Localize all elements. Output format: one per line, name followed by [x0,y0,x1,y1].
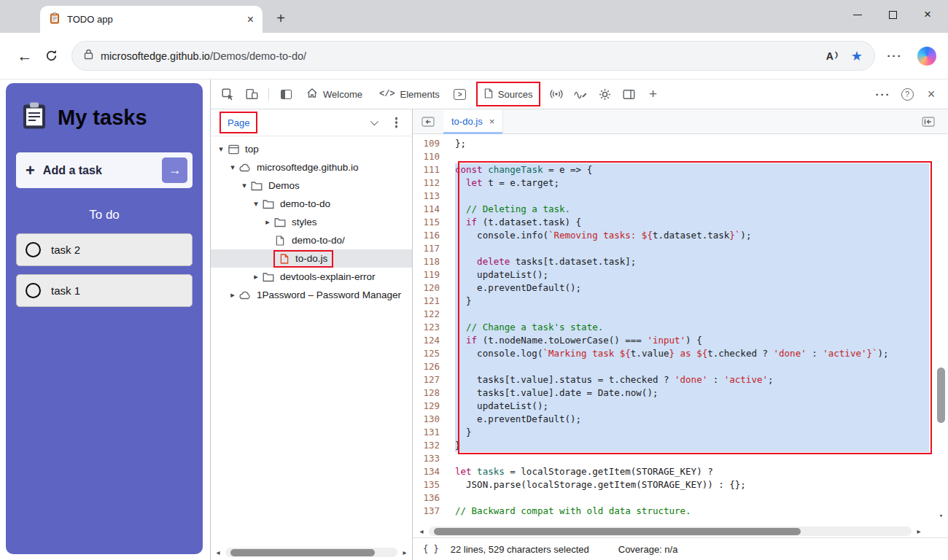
scroll-left-icon[interactable]: ◂ [213,548,223,556]
code-line-127[interactable]: 127 tasks[t.value].status = t.checked ? … [413,373,948,386]
code-line-124[interactable]: 124 if (t.nodeName.toLowerCase() === 'in… [413,334,948,347]
line-number[interactable]: 125 [413,347,446,360]
line-number[interactable]: 121 [413,295,446,308]
line-number[interactable]: 133 [413,452,446,465]
code-line-136[interactable]: 136 [413,491,948,505]
code-line-109[interactable]: 109}; [413,137,948,150]
task-row[interactable]: task 2 [16,233,193,266]
code-editor[interactable]: 109};110111const changeTask = e => {112 … [413,134,948,525]
code-line-131[interactable]: 131 } [413,426,948,439]
code-line-119[interactable]: 119 updateList(); [413,268,948,281]
line-number[interactable]: 126 [413,360,446,373]
device-toolbar-icon[interactable] [241,83,263,105]
favorite-star-icon[interactable]: ★ [851,48,863,64]
code-line-113[interactable]: 113 [413,190,948,203]
line-number[interactable]: 120 [413,281,446,295]
tree-item-demos[interactable]: ▾Demos [211,176,412,195]
tree-item-devtools-explain-error[interactable]: ▸devtools-explain-error [211,268,412,286]
close-window-button[interactable]: × [910,0,945,29]
chevron-down-icon[interactable] [370,117,378,125]
help-icon[interactable]: ? [896,83,918,105]
code-line-122[interactable]: 122 [413,308,948,321]
focus-page-icon[interactable] [275,83,297,105]
minimize-button[interactable] [840,0,875,29]
tree-item-microsoftedge-github-io[interactable]: ▾microsoftedge.github.io [211,158,412,176]
tab-sources[interactable]: Sources [476,82,541,106]
code-line-117[interactable]: 117 [413,242,948,255]
tree-item-demo-to-do[interactable]: ▾demo-to-do [211,195,412,213]
code-line-125[interactable]: 125 console.log(`Marking task ${t.value}… [413,347,948,360]
task-checkbox[interactable] [26,242,41,257]
line-number[interactable]: 129 [413,400,446,413]
scroll-right-icon[interactable]: ▸ [400,548,410,556]
line-number[interactable]: 112 [413,176,446,190]
line-number[interactable]: 109 [413,137,446,150]
scroll-down-icon[interactable]: ▾ [936,509,946,522]
editor-vertical-scrollbar[interactable]: ▾ [936,136,946,522]
new-tab-button[interactable]: + [270,7,292,29]
line-number[interactable]: 137 [413,505,446,518]
tree-item-1password-password-manager[interactable]: ▸1Password – Password Manager [211,286,412,304]
line-number[interactable]: 131 [413,426,446,439]
code-line-137[interactable]: 137// Backward compat with old data stru… [413,505,948,518]
add-task-button[interactable]: + Add a task → [16,152,193,188]
caret-right-icon[interactable]: ▸ [227,290,238,300]
line-number[interactable]: 127 [413,373,446,386]
pretty-print-icon[interactable]: { } [423,544,439,554]
scroll-left-icon[interactable]: ◂ [416,527,427,535]
code-line-134[interactable]: 134let tasks = localStorage.getItem(STOR… [413,465,948,478]
line-number[interactable]: 119 [413,268,446,281]
settings-gear-icon[interactable] [594,83,615,105]
line-number[interactable]: 116 [413,229,446,242]
line-number[interactable]: 132 [413,439,446,452]
console-icon[interactable]: > [449,83,471,105]
line-number[interactable]: 123 [413,321,446,334]
inspect-icon[interactable] [217,83,238,105]
line-number[interactable]: 130 [413,413,446,426]
devtools-menu-icon[interactable]: ··· [872,83,894,105]
tree-item-top[interactable]: ▾top [211,140,412,158]
collapse-panel-icon[interactable] [917,111,939,133]
code-line-132[interactable]: 132} [413,439,948,452]
close-devtools-icon[interactable]: × [920,83,942,105]
show-navigator-icon[interactable] [417,111,439,133]
line-number[interactable]: 118 [413,255,446,268]
code-line-123[interactable]: 123 // Change a task's state. [413,321,948,334]
navigator-more-icon[interactable] [395,121,397,123]
dock-side-icon[interactable] [618,83,640,105]
code-line-120[interactable]: 120 e.preventDefault(); [413,281,948,295]
line-number[interactable]: 124 [413,334,446,347]
code-line-135[interactable]: 135 JSON.parse(localStorage.getItem(STOR… [413,478,948,491]
code-line-118[interactable]: 118 delete tasks[t.dataset.task]; [413,255,948,268]
code-line-111[interactable]: 111const changeTask = e => { [413,163,948,176]
code-line-116[interactable]: 116 console.info(`Removing tasks: ${t.da… [413,229,948,242]
caret-right-icon[interactable]: ▸ [262,217,273,227]
scroll-right-icon[interactable]: ▸ [914,527,924,535]
tree-item-to-do-js[interactable]: to-do.js [211,249,412,268]
code-line-110[interactable]: 110 [413,150,948,163]
line-number[interactable]: 135 [413,478,446,491]
line-number[interactable]: 115 [413,216,446,229]
tree-item-demo-to-do[interactable]: demo-to-do/ [211,231,412,249]
tab-elements[interactable]: </> Elements [372,79,447,109]
caret-down-icon[interactable]: ▾ [238,181,250,190]
code-line-129[interactable]: 129 updateList(); [413,400,948,413]
line-number[interactable]: 113 [413,190,446,203]
back-button[interactable]: ← [12,43,38,69]
code-line-112[interactable]: 112 let t = e.target; [413,176,948,190]
maximize-button[interactable] [875,0,910,29]
network-conditions-icon[interactable] [545,83,567,105]
caret-right-icon[interactable]: ▸ [250,272,262,281]
read-aloud-icon[interactable]: A [826,50,839,62]
url-bar[interactable]: microsoftedge.github.io/Demos/demo-to-do… [71,41,875,71]
browser-menu-icon[interactable]: ··· [887,50,903,62]
scrollbar-thumb[interactable] [937,368,945,423]
code-line-130[interactable]: 130 e.preventDefault(); [413,413,948,426]
caret-down-icon[interactable]: ▾ [215,144,227,154]
caret-down-icon[interactable]: ▾ [227,163,238,172]
code-line-121[interactable]: 121 } [413,295,948,308]
line-number[interactable]: 111 [413,163,446,176]
line-number[interactable]: 114 [413,203,446,216]
line-number[interactable]: 110 [413,150,446,163]
submit-arrow-button[interactable]: → [162,158,187,183]
